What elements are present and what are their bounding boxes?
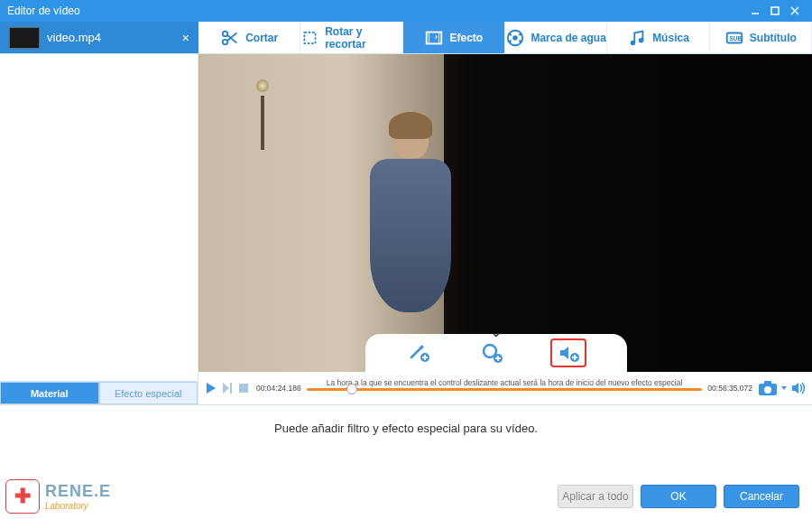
close-file-icon[interactable]: × [182,31,189,45]
svg-point-16 [510,40,512,42]
sidebar-body [0,54,198,381]
tool-label: Cortar [245,32,278,44]
add-filter-icon[interactable] [406,339,433,366]
tool-subtitle[interactable]: SUB Subtítulo [710,22,812,53]
tool-effect[interactable]: Efecto [403,22,505,53]
tool-rotate[interactable]: Rotar y recortar [300,22,402,53]
logo-badge-icon: ✚ [5,479,40,514]
subtitle-icon: SUB [724,28,744,48]
timeline: 00:04:24.186 La hora a la que se encuent… [198,372,812,404]
timecode-current: 00:04:24.186 [256,384,301,393]
timeline-knob[interactable] [346,384,357,394]
volume-icon[interactable] [790,380,807,396]
svg-rect-1 [771,7,779,14]
tool-label: Marca de agua [531,32,605,44]
svg-rect-28 [239,384,248,393]
cancel-button[interactable]: Cancelar [724,485,799,508]
tool-label: Efecto [449,32,483,44]
bottom-hint: Puede añadir filtro y efecto especial pa… [13,422,799,435]
tool-label: Subtítulo [750,32,797,44]
scissors-icon [220,28,240,48]
apply-all-button[interactable]: Aplicar a todo [558,485,633,508]
svg-point-18 [631,40,636,45]
svg-rect-27 [230,383,232,394]
svg-point-19 [639,38,644,43]
effect-icon [424,28,444,48]
svg-point-31 [764,386,771,394]
play-button[interactable] [204,381,218,395]
tool-label: Música [652,32,689,44]
scene-person [361,117,460,325]
timecode-duration: 00:56:35.072 [707,384,752,393]
sidebar: Material Efecto especial [0,54,198,404]
step-button[interactable] [220,381,235,395]
svg-text:SUB: SUB [729,34,742,41]
scene-lamp [254,63,271,153]
music-icon [627,28,647,48]
sidebar-tab-special[interactable]: Efecto especial [99,382,198,404]
video-preview[interactable] [198,54,812,372]
action-buttons: Aplicar a todo OK Cancelar [558,485,799,508]
close-window-button[interactable] [785,3,805,19]
maximize-button[interactable] [765,3,785,19]
svg-rect-30 [764,381,771,385]
svg-point-15 [520,32,522,35]
snapshot-icon[interactable] [758,380,778,396]
stop-button[interactable] [236,381,251,395]
timeline-track[interactable]: La hora a la que se encuentra el control… [307,381,703,395]
minimize-button[interactable] [745,3,765,19]
audio-add-icon[interactable] [550,338,586,367]
crop-icon [300,28,319,48]
tool-music[interactable]: Música [607,22,709,53]
ok-button[interactable]: OK [641,485,716,508]
svg-rect-8 [305,32,316,42]
zoom-add-icon[interactable] [478,339,505,366]
logo-brand: RENE.E [45,482,111,501]
sidebar-tabs: Material Efecto especial [0,381,198,404]
main-toolbar: video.mp4 × Cortar Rotar y recortar Efec… [0,22,812,54]
preview-panel: 00:04:24.186 La hora a la que se encuent… [198,54,812,404]
svg-point-13 [513,35,519,41]
logo-sub: Laboratory [45,501,111,511]
window-title: Editor de vídeo [7,5,745,17]
file-tab[interactable]: video.mp4 × [0,22,198,53]
bottom-panel: Puede añadir filtro y efecto especial pa… [0,404,812,519]
play-controls [204,381,251,395]
effect-tool-bubble [365,334,627,372]
timeline-hint: La hora a la que se encuentra el control… [307,378,703,387]
window-titlebar: Editor de vídeo [0,0,812,22]
brand-logo: ✚ RENE.E Laboratory [5,479,111,514]
tool-label: Rotar y recortar [325,25,401,51]
sidebar-tab-material[interactable]: Material [0,382,99,404]
file-name: video.mp4 [47,31,182,44]
tool-watermark[interactable]: Marca de agua [505,22,607,53]
tool-tabs: Cortar Rotar y recortar Efecto Marca de … [198,22,812,53]
watermark-icon [505,28,525,48]
svg-point-17 [520,40,522,42]
video-thumbnail [9,27,40,49]
snapshot-dropdown-icon[interactable] [781,383,787,394]
tool-cut[interactable]: Cortar [198,22,300,53]
main-area: Material Efecto especial [0,54,812,404]
svg-point-14 [510,32,512,35]
